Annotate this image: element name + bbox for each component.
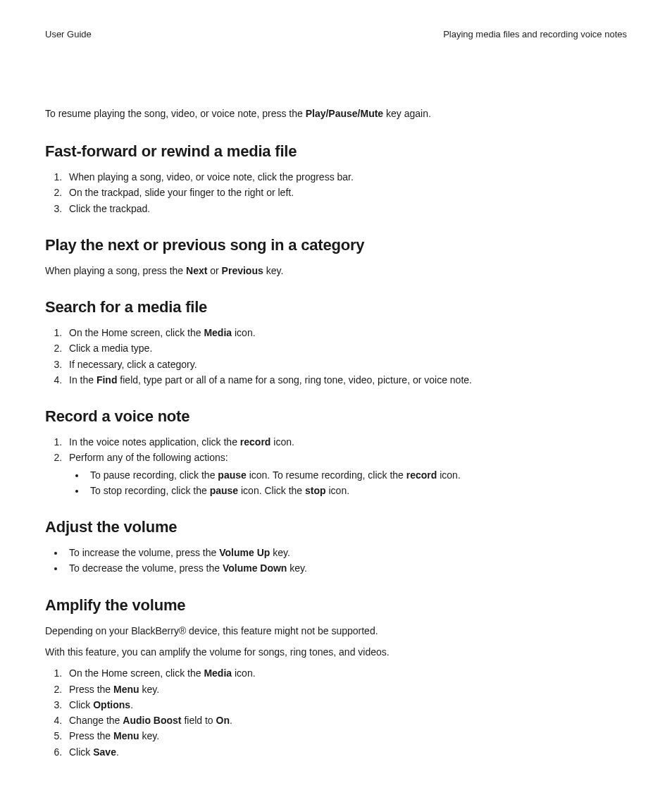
- list-item: To pause recording, click the pause icon…: [86, 468, 627, 482]
- next-previous-paragraph: When playing a song, press the Next or P…: [45, 264, 627, 278]
- list-record-voice-note: In the voice notes application, click th…: [45, 435, 627, 498]
- t: key.: [263, 265, 284, 276]
- t: key.: [270, 547, 290, 558]
- t: icon.: [326, 485, 349, 496]
- list-item: Press the Menu key.: [65, 729, 627, 743]
- t: Change the: [69, 715, 123, 726]
- t: icon.: [437, 469, 460, 481]
- t: Menu: [113, 730, 139, 741]
- t: Audio Boost: [123, 715, 181, 726]
- t: icon.: [232, 667, 255, 679]
- list-item: If necessary, click a category.: [65, 357, 627, 371]
- t: key.: [139, 684, 160, 695]
- t: To stop recording, click the: [90, 485, 210, 496]
- list-item: Press the Menu key.: [65, 682, 627, 696]
- page-header: User Guide Playing media files and recor…: [45, 28, 627, 42]
- t: pause: [218, 469, 246, 481]
- t: When playing a song, press the: [45, 265, 186, 276]
- list-item: Click the trackpad.: [65, 202, 627, 216]
- heading-record-voice-note: Record a voice note: [45, 405, 627, 428]
- list-item: To decrease the volume, press the Volume…: [65, 561, 627, 575]
- heading-amplify-volume: Amplify the volume: [45, 594, 627, 617]
- t: Click: [69, 746, 93, 758]
- t: key.: [287, 562, 307, 574]
- t: icon.: [270, 436, 294, 448]
- t: Press the: [69, 684, 113, 695]
- t: Previous: [222, 265, 263, 276]
- list-item: Click Options.: [65, 698, 627, 712]
- t: To increase the volume, press the: [69, 547, 219, 558]
- intro-paragraph: To resume playing the song, video, or vo…: [45, 106, 627, 121]
- t: In the: [69, 374, 97, 386]
- t: field, type part or all of a name for a …: [117, 374, 472, 386]
- t: record: [406, 469, 437, 481]
- t: Menu: [113, 684, 139, 695]
- t: Volume Up: [219, 547, 270, 558]
- intro-bold: Play/Pause/Mute: [306, 108, 384, 119]
- t: Media: [204, 667, 232, 679]
- list-item: Perform any of the following actions: To…: [65, 450, 627, 498]
- t: In the voice notes application, click th…: [69, 436, 240, 448]
- list-item: On the Home screen, click the Media icon…: [65, 326, 627, 340]
- t: record: [240, 436, 271, 448]
- t: On the Home screen, click the: [69, 327, 204, 338]
- heading-next-previous: Play the next or previous song in a cate…: [45, 234, 627, 257]
- t: Perform any of the following actions:: [69, 452, 228, 463]
- t: To decrease the volume, press the: [69, 562, 223, 574]
- t: icon. Click the: [238, 485, 305, 496]
- list-search-media: On the Home screen, click the Media icon…: [45, 326, 627, 387]
- t: To pause recording, click the: [90, 469, 218, 481]
- list-item: Click Save.: [65, 745, 627, 759]
- t: .: [130, 699, 133, 710]
- t: stop: [305, 485, 326, 496]
- list-amplify-volume: On the Home screen, click the Media icon…: [45, 666, 627, 759]
- t: field to: [182, 715, 216, 726]
- t: Media: [204, 327, 232, 338]
- t: Volume Down: [223, 562, 287, 574]
- list-item: In the Find field, type part or all of a…: [65, 373, 627, 387]
- t: Save: [93, 746, 116, 758]
- list-item: To stop recording, click the pause icon.…: [86, 483, 627, 498]
- list-item: When playing a song, video, or voice not…: [65, 170, 627, 184]
- t: On the Home screen, click the: [69, 667, 204, 679]
- list-item: In the voice notes application, click th…: [65, 435, 627, 449]
- list-item: On the Home screen, click the Media icon…: [65, 666, 627, 680]
- t: icon.: [232, 327, 255, 338]
- header-left: User Guide: [45, 28, 92, 42]
- t: Next: [186, 265, 207, 276]
- t: Options: [93, 699, 130, 710]
- list-item: To increase the volume, press the Volume…: [65, 546, 627, 560]
- t: Press the: [69, 730, 113, 741]
- t: icon. To resume recording, click the: [247, 469, 406, 481]
- list-item: Change the Audio Boost field to On.: [65, 713, 627, 727]
- t: Find: [97, 374, 118, 386]
- amplify-desc: With this feature, you can amplify the v…: [45, 645, 627, 659]
- t: pause: [210, 485, 238, 496]
- t: or: [207, 265, 221, 276]
- t: .: [116, 746, 119, 758]
- amplify-note: Depending on your BlackBerry® device, th…: [45, 624, 627, 638]
- list-fast-forward: When playing a song, video, or voice not…: [45, 170, 627, 216]
- t: On: [216, 715, 230, 726]
- list-item: Click a media type.: [65, 341, 627, 355]
- header-right: Playing media files and recording voice …: [443, 28, 627, 42]
- t: key.: [139, 730, 160, 741]
- t: .: [230, 715, 232, 726]
- heading-fast-forward: Fast-forward or rewind a media file: [45, 140, 627, 163]
- sublist-record-actions: To pause recording, click the pause icon…: [69, 468, 627, 498]
- intro-post: key again.: [383, 108, 431, 119]
- list-item: On the trackpad, slide your finger to th…: [65, 185, 627, 199]
- t: Click: [69, 699, 93, 710]
- heading-search-media: Search for a media file: [45, 296, 627, 319]
- intro-pre: To resume playing the song, video, or vo…: [45, 108, 306, 119]
- list-adjust-volume: To increase the volume, press the Volume…: [45, 546, 627, 576]
- heading-adjust-volume: Adjust the volume: [45, 516, 627, 538]
